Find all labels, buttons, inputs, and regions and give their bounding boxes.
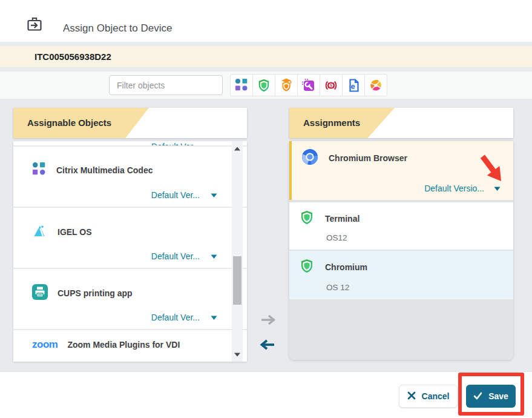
- svg-text:S: S: [330, 82, 333, 88]
- list-item-igel-os[interactable]: IGEL OS Default Ver...: [13, 208, 247, 268]
- cancel-button[interactable]: Cancel: [399, 385, 458, 408]
- filter-objects-input[interactable]: [109, 75, 223, 95]
- scroll-up-icon[interactable]: [232, 144, 243, 153]
- left-panel-title: Assignable Objects: [27, 118, 111, 128]
- svg-text:e: e: [350, 82, 355, 91]
- assignments-empty-area: [289, 299, 513, 360]
- scroll-down-icon[interactable]: [232, 350, 243, 359]
- version-select[interactable]: Default Versio...: [424, 184, 484, 193]
- assignment-item-chromium-browser[interactable]: Chromium Browser Default Versio...: [289, 141, 513, 200]
- object-title: IGEL OS: [57, 227, 92, 237]
- document-e-icon[interactable]: e: [342, 74, 365, 96]
- object-title: Citrix Multimedia Codec: [56, 165, 153, 175]
- green-shield-icon: [299, 210, 315, 228]
- dialog-title: Assign Object to Device: [63, 22, 172, 35]
- assign-arrow-right-icon[interactable]: [260, 314, 277, 328]
- assignments-list: Chromium Browser Default Versio... Te: [289, 141, 513, 360]
- version-select[interactable]: Default Ver...: [151, 251, 200, 261]
- chevron-down-icon[interactable]: [210, 190, 218, 201]
- scrollbar-thumb[interactable]: [233, 256, 241, 305]
- chromium-icon: [301, 148, 318, 168]
- version-select[interactable]: Default Ver...: [151, 190, 200, 200]
- assignable-objects-list: Default Ver... Citrix Multimedia Codec D…: [13, 141, 247, 362]
- assignment-item-chromium[interactable]: Chromium OS 12: [289, 251, 513, 299]
- dialog-footer: Cancel Save: [0, 371, 532, 418]
- list-item-partial[interactable]: Default Ver...: [13, 141, 247, 145]
- object-title: Zoom Media Plugins for VDI: [67, 340, 180, 350]
- assignments-header: Assignments: [289, 108, 513, 138]
- chip-wrench-icon[interactable]: [297, 74, 320, 96]
- green-shield-icon[interactable]: [252, 74, 275, 96]
- device-bar: ITC005056938D22: [0, 46, 532, 67]
- checkmark-icon: [473, 391, 482, 402]
- graduate-shield-icon[interactable]: [275, 74, 298, 96]
- device-id: ITC005056938D22: [34, 51, 111, 62]
- assignable-objects-header: Assignable Objects: [13, 108, 247, 138]
- chevron-down-icon[interactable]: [210, 312, 218, 323]
- chevron-down-icon[interactable]: [493, 183, 501, 194]
- assignment-os-label: OS12: [326, 233, 347, 242]
- green-shield-icon: [299, 258, 315, 276]
- main-area: Assignable Objects Default Ver... Citrix…: [0, 99, 532, 371]
- list-item-cups-printing-app[interactable]: CUPS printing app Default Ver...: [13, 269, 247, 329]
- zoom-wordmark: zoom: [32, 339, 57, 351]
- save-label: Save: [488, 391, 508, 401]
- chevron-down-icon[interactable]: [210, 251, 218, 262]
- object-title: CUPS printing app: [57, 288, 133, 298]
- object-type-toolbar: S e: [230, 74, 387, 96]
- filter-toolbar: S e: [0, 71, 532, 99]
- version-select[interactable]: Default Ver...: [151, 313, 200, 322]
- assignment-item-terminal[interactable]: Terminal OS12: [289, 202, 513, 250]
- version-select-clipped[interactable]: Default Ver...: [151, 142, 200, 145]
- assignment-title: Chromium Browser: [329, 153, 407, 163]
- assignment-title: Terminal: [325, 214, 360, 224]
- right-panel-title: Assignments: [303, 118, 360, 128]
- assignment-title: Chromium: [325, 262, 367, 272]
- assignment-os-label: OS 12: [326, 283, 349, 292]
- left-list-scrollbar[interactable]: [232, 141, 243, 362]
- apps-grid-icon: [32, 162, 47, 179]
- cancel-label: Cancel: [422, 391, 450, 401]
- apps-grid-icon[interactable]: [230, 74, 253, 96]
- list-item-zoom-media-plugins[interactable]: zoom Zoom Media Plugins for VDI: [13, 330, 247, 362]
- color-wheel-icon[interactable]: [364, 74, 387, 96]
- list-item-citrix-multimedia-codec[interactable]: Citrix Multimedia Codec Default Ver...: [13, 147, 247, 207]
- close-icon: [407, 391, 416, 402]
- divider-band: [0, 42, 532, 46]
- session-ring-icon[interactable]: S: [320, 74, 343, 96]
- unassign-arrow-left-icon[interactable]: [259, 339, 276, 353]
- igel-logo-icon: [32, 223, 48, 241]
- divider-band: [0, 67, 532, 71]
- dialog-header: Assign Object to Device: [0, 0, 532, 42]
- printer-icon: [32, 284, 48, 302]
- save-button[interactable]: Save: [466, 385, 516, 408]
- assign-device-icon: [25, 15, 44, 36]
